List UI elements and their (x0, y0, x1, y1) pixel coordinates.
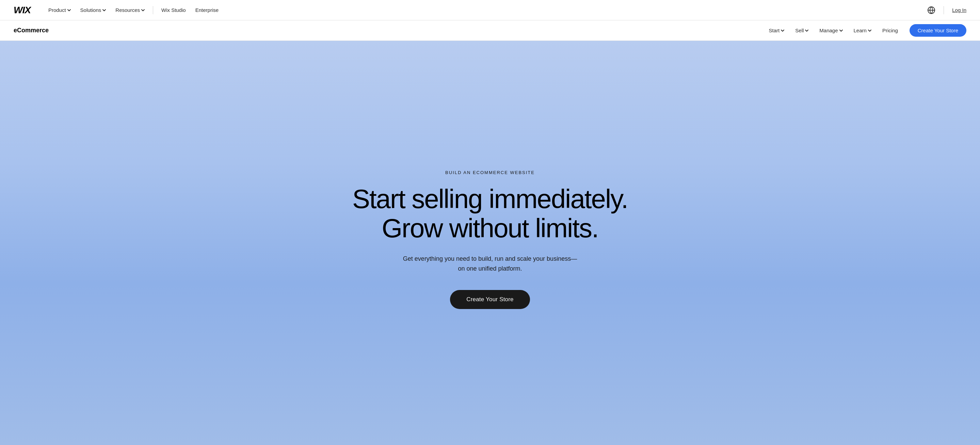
chevron-down-icon (102, 8, 106, 12)
top-nav-right: Log In (927, 6, 966, 14)
hero-eyebrow: BUILD AN ECOMMERCE WEBSITE (445, 170, 535, 175)
nav-label-resources: Resources (115, 7, 140, 13)
hero-headline-line2: Grow without limits. (382, 213, 598, 243)
sub-nav-label-learn: Learn (854, 27, 867, 33)
wix-logo[interactable]: WIX (14, 5, 31, 16)
nav-item-resources[interactable]: Resources (111, 5, 149, 15)
hero-headline-line1: Start selling immediately. (352, 184, 628, 214)
ecommerce-brand: eCommerce (14, 27, 49, 34)
nav-item-product[interactable]: Product (44, 5, 75, 15)
sub-nav-label-sell: Sell (795, 27, 804, 33)
nav-label-solutions: Solutions (80, 7, 102, 13)
chevron-down-icon (781, 29, 784, 32)
chevron-down-icon (141, 8, 145, 12)
chevron-down-icon (67, 8, 71, 12)
top-nav-links: Product Solutions Resources Wix Studio E… (44, 5, 927, 15)
nav-divider-right (943, 6, 944, 14)
nav-item-enterprise[interactable]: Enterprise (191, 5, 223, 15)
chevron-down-icon (868, 29, 872, 32)
hero-headline: Start selling immediately. Grow without … (352, 185, 628, 243)
nav-label-product: Product (48, 7, 66, 13)
sub-nav-item-pricing[interactable]: Pricing (878, 25, 903, 35)
sub-nav-item-manage[interactable]: Manage (815, 25, 847, 35)
globe-icon[interactable] (927, 6, 935, 14)
nav-item-solutions[interactable]: Solutions (76, 5, 110, 15)
sub-navigation: eCommerce Start Sell Manage Learn Pricin… (0, 21, 980, 41)
sub-nav-label-start: Start (769, 27, 780, 33)
nav-label-enterprise: Enterprise (196, 7, 218, 13)
nav-item-wix-studio[interactable]: Wix Studio (157, 5, 190, 15)
chevron-down-icon (839, 29, 843, 32)
chevron-down-icon (805, 29, 808, 32)
nav-label-wix-studio: Wix Studio (161, 7, 186, 13)
sub-nav-item-start[interactable]: Start (764, 25, 789, 35)
top-navigation: WIX Product Solutions Resources Wix Stud… (0, 0, 980, 21)
login-link[interactable]: Log In (952, 7, 966, 13)
hero-section: BUILD AN ECOMMERCE WEBSITE Start selling… (0, 41, 980, 445)
nav-divider (153, 6, 153, 14)
hero-cta-button[interactable]: Create Your Store (450, 290, 530, 309)
create-store-button-nav[interactable]: Create Your Store (910, 24, 966, 37)
sub-nav-label-pricing: Pricing (882, 27, 898, 33)
hero-subtext: Get everything you need to build, run an… (402, 254, 579, 274)
sub-nav-label-manage: Manage (819, 27, 838, 33)
sub-nav-item-learn[interactable]: Learn (849, 25, 876, 35)
sub-nav-item-sell[interactable]: Sell (791, 25, 813, 35)
sub-nav-links: Start Sell Manage Learn Pricing (764, 25, 903, 35)
